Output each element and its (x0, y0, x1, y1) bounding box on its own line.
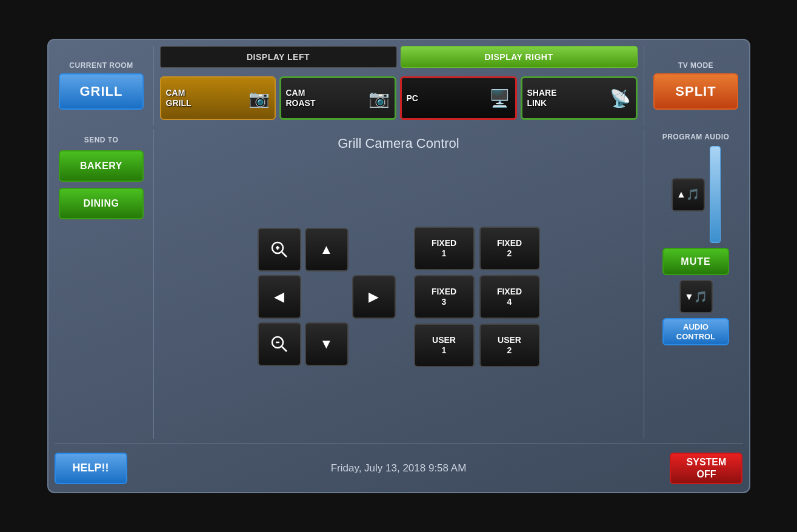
audio-control-button[interactable]: AUDIOCONTROL (662, 318, 729, 345)
display-right-tab[interactable]: DISPLAY RIGHT (401, 46, 638, 68)
preset-fixed1[interactable]: FIXED1 (414, 227, 475, 270)
bottom-row: HELP!! Friday, July 13, 2018 9:58 AM SYS… (55, 444, 743, 486)
send-dining-button[interactable]: DINING (59, 188, 144, 219)
volume-slider[interactable] (710, 146, 721, 243)
camera-title: Grill Camera Control (166, 136, 632, 155)
send-bakery-button[interactable]: BAKERY (59, 150, 144, 182)
camera-controls: ▲ ◀ ▶ ▼ (166, 161, 632, 433)
system-off-button[interactable]: SYSTEMOFF (670, 453, 742, 484)
preset-buttons: FIXED1 FIXED2 FIXED3 FIXED4 USER1 USER2 (414, 227, 540, 367)
empty-bottom-right (352, 322, 396, 366)
middle-row: SEND TO BAKERY DINING Grill Camera Contr… (55, 130, 743, 439)
pan-left-button[interactable]: ◀ (258, 275, 301, 319)
cam-roast-text: CAMROAST (286, 88, 316, 108)
program-audio-section: PROGRAM AUDIO ▲ 🎵 MUTE ▼ 🎵 AUDIOCONTROL (649, 130, 743, 439)
pc-icon: 🖥️ (489, 88, 510, 108)
send-to-label: SEND TO (84, 136, 119, 144)
preset-fixed4[interactable]: FIXED4 (479, 275, 540, 319)
pan-up-button[interactable]: ▲ (305, 228, 348, 271)
preset-user2[interactable]: USER2 (479, 324, 540, 367)
top-row: CURRENT ROOM GRILL DISPLAY LEFT DISPLAY … (55, 46, 743, 125)
mute-button[interactable]: MUTE (662, 248, 729, 275)
source-buttons: CAMGRILL 📷 CAMROAST 📷 PC 🖥️ SHARELINK 📡 (160, 71, 638, 125)
preset-user1[interactable]: USER1 (414, 324, 475, 367)
source-pc[interactable]: PC 🖥️ (400, 76, 517, 120)
volume-down-button[interactable]: ▼ 🎵 (679, 280, 713, 313)
svg-line-3 (282, 252, 287, 257)
current-room-label: CURRENT ROOM (69, 61, 133, 70)
svg-line-6 (282, 347, 287, 351)
tv-mode-label: TV MODE (678, 61, 713, 70)
tv-mode-section: TV MODE SPLIT (649, 46, 743, 125)
share-link-icon: 📡 (610, 88, 631, 108)
preset-fixed2[interactable]: FIXED2 (479, 227, 540, 270)
ptz-pad: ▲ ◀ ▶ ▼ (258, 228, 396, 366)
main-panel: CURRENT ROOM GRILL DISPLAY LEFT DISPLAY … (47, 39, 750, 493)
split-button[interactable]: SPLIT (653, 73, 738, 110)
preset-fixed3[interactable]: FIXED3 (414, 275, 475, 319)
cam-roast-icon: 📷 (368, 88, 390, 108)
cam-grill-text: CAMGRILL (166, 88, 192, 108)
display-section: DISPLAY LEFT DISPLAY RIGHT CAMGRILL 📷 CA… (153, 46, 644, 125)
current-room-section: CURRENT ROOM GRILL (55, 46, 148, 125)
volume-area: ▲ 🎵 (672, 146, 721, 243)
zoom-out-button[interactable] (258, 322, 301, 366)
pan-right-button[interactable]: ▶ (352, 275, 396, 319)
send-to-section: SEND TO BAKERY DINING (55, 130, 148, 439)
vol-up-note-icon: 🎵 (686, 188, 699, 201)
volume-up-button[interactable]: ▲ 🎵 (672, 178, 705, 211)
source-cam-grill[interactable]: CAMGRILL 📷 (160, 76, 276, 120)
cam-grill-icon: 📷 (248, 88, 270, 108)
program-audio-label: PROGRAM AUDIO (662, 133, 730, 141)
display-left-tab[interactable]: DISPLAY LEFT (160, 46, 397, 68)
camera-control-section: Grill Camera Control ▲ ◀ (153, 130, 644, 439)
ptz-center (305, 275, 348, 319)
vol-down-note-icon: 🎵 (694, 290, 707, 304)
display-tabs: DISPLAY LEFT DISPLAY RIGHT (160, 46, 638, 68)
pan-down-button[interactable]: ▼ (305, 322, 348, 366)
source-share-link[interactable]: SHARELINK 📡 (521, 76, 638, 120)
help-button[interactable]: HELP!! (55, 453, 127, 484)
source-cam-roast[interactable]: CAMROAST 📷 (279, 76, 396, 120)
zoom-in-button[interactable] (258, 228, 301, 271)
datetime-display: Friday, July 13, 2018 9:58 AM (331, 462, 467, 474)
share-link-text: SHARELINK (527, 88, 557, 108)
vol-down-area: ▼ 🎵 (679, 280, 713, 313)
empty-top-right (352, 228, 396, 271)
room-button[interactable]: GRILL (59, 73, 144, 110)
pc-text: PC (407, 93, 418, 104)
